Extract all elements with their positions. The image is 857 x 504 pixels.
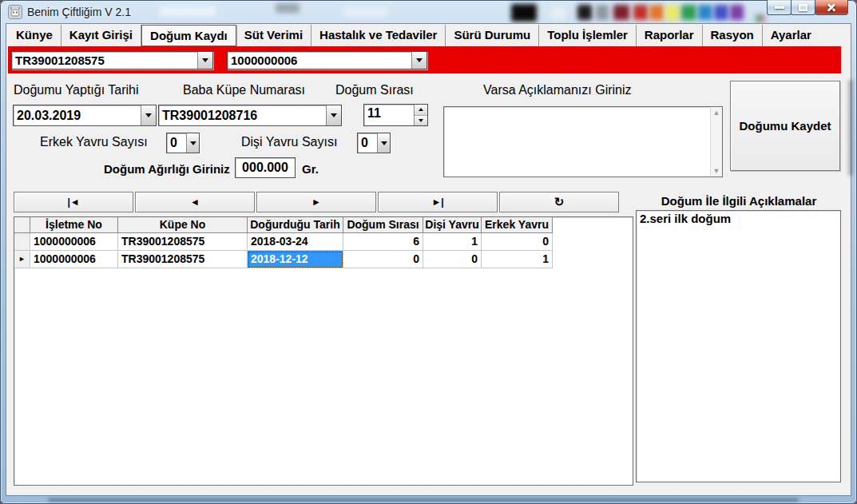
desktop-icon-blur: [596, 5, 609, 20]
close-icon: [826, 2, 837, 13]
grid-cell[interactable]: 0: [343, 251, 423, 268]
grid-cell[interactable]: 1: [423, 233, 482, 251]
tab-sut-verimi[interactable]: Süt Verimi: [236, 25, 311, 46]
birth-date-value: 20.03.2019: [14, 105, 141, 125]
birth-notes-title: Doğum İle İlgili Açıklamalar: [635, 194, 843, 208]
birth-order-value: 11: [364, 105, 414, 125]
col-header-kupe-no[interactable]: Küpe No: [118, 217, 248, 233]
grid-cell[interactable]: 1: [482, 251, 553, 268]
grid-cell[interactable]: 0: [482, 233, 553, 251]
tab-ayarlar[interactable]: Ayarlar: [763, 25, 819, 46]
female-count-combobox[interactable]: 0: [357, 133, 391, 153]
chevron-down-icon: [145, 113, 152, 117]
weight-unit-label: Gr.: [302, 162, 319, 176]
grid-cell[interactable]: 0: [423, 251, 482, 268]
grid-cell[interactable]: 1000000006: [30, 233, 118, 251]
dropdown-button[interactable]: [411, 52, 427, 69]
record-navigator: |◄ ◄ ► ►| ↻: [14, 192, 619, 212]
desktop-icon-blur: [681, 5, 696, 20]
farm-no-combobox[interactable]: 1000000006: [227, 51, 427, 69]
note-label: Varsa Açıklamanızı Giriniz: [483, 83, 632, 97]
col-header-dogurdugu-tarih[interactable]: Doğurduğu Tarih: [248, 217, 343, 233]
current-row-marker-icon: ►: [14, 251, 30, 268]
grid-cell[interactable]: TR39001208575: [118, 251, 248, 268]
previous-record-button[interactable]: ◄: [135, 192, 255, 212]
desktop-icon-blur: [665, 5, 680, 20]
tab-hastalik-ve-tedaviler[interactable]: Hastalık ve Tedaviler: [311, 25, 446, 46]
desktop-icon-blur: [730, 5, 744, 20]
scroll-up-icon[interactable]: ▲: [713, 109, 720, 117]
app-window: Benim Çiftliğim V 2.1 Künye Kayıt Girişi…: [0, 0, 857, 504]
glass-reflection: [160, 6, 216, 17]
tab-suru-durumu[interactable]: Sürü Durumu: [446, 25, 539, 46]
tab-raporlar[interactable]: Raporlar: [637, 25, 703, 46]
window-title: Benim Çiftliğim V 2.1: [27, 6, 131, 18]
row-indicator-cell: [14, 233, 30, 251]
desktop-icon-blur: [577, 5, 592, 20]
male-count-label: Erkek Yavru Sayısı: [40, 135, 148, 149]
births-grid: İşletme No Küpe No Doğurduğu Tarih Doğum…: [14, 216, 633, 486]
desktop-icon-blur: [698, 5, 712, 20]
chevron-down-icon: [381, 141, 387, 145]
father-tag-combobox[interactable]: TR39001208716: [158, 105, 342, 126]
table-row: 1000000006 TR39001208575 2018-03-24 6 1 …: [14, 233, 633, 251]
birth-order-stepper[interactable]: 11: [363, 104, 428, 126]
scroll-down-icon[interactable]: ▼: [713, 167, 720, 175]
col-header-dogum-sirasi[interactable]: Doğum Sırası: [343, 217, 423, 233]
male-count-combobox[interactable]: 0: [166, 133, 200, 153]
dropdown-button[interactable]: [186, 133, 199, 153]
window-controls: [768, 0, 848, 15]
birth-date-picker[interactable]: 20.03.2019: [13, 105, 157, 126]
dropdown-button[interactable]: [377, 133, 390, 153]
tab-kayit-girisi[interactable]: Kayıt Girişi: [61, 25, 141, 46]
tab-bar: Künye Kayıt Girişi Doğum Kaydı Süt Verim…: [6, 25, 851, 46]
title-bar[interactable]: Benim Çiftliğim V 2.1: [0, 0, 857, 24]
selected-grid-cell[interactable]: 2018-12-12: [248, 251, 343, 268]
note-text: [444, 106, 447, 122]
chevron-down-icon: [202, 58, 208, 62]
save-birth-button[interactable]: Doğumu Kaydet: [730, 81, 840, 171]
tab-dogum-kaydi[interactable]: Doğum Kaydı: [141, 25, 236, 46]
grid-cell[interactable]: 1000000006: [30, 251, 118, 268]
maximize-button[interactable]: [791, 0, 815, 15]
glass-reflection: [276, 3, 300, 13]
spin-up-button[interactable]: [415, 105, 427, 116]
grid-header-row: İşletme No Küpe No Doğurduğu Tarih Doğum…: [14, 217, 633, 233]
birth-date-label: Doğumu Yaptığı Tarihi: [14, 83, 139, 97]
col-header-isletme-no[interactable]: İşletme No: [30, 217, 118, 233]
tab-kunye[interactable]: Künye: [8, 25, 61, 46]
birth-notes-box[interactable]: 2.seri ilk doğum: [636, 210, 841, 482]
animal-tag-combobox[interactable]: TR39001208575: [11, 51, 213, 69]
dropdown-button[interactable]: [197, 52, 212, 69]
tab-toplu-islemler[interactable]: Toplu İşlemler: [539, 25, 637, 46]
birth-order-label: Doğum Sırası: [335, 83, 414, 97]
weight-input[interactable]: 000.000: [235, 157, 296, 178]
textarea-scrollbar[interactable]: ▲ ▼: [710, 107, 722, 177]
refresh-button[interactable]: ↻: [499, 192, 619, 212]
chevron-down-icon: [419, 119, 423, 122]
col-header-disi-yavru[interactable]: Dişi Yavru: [423, 217, 482, 233]
grid-cell[interactable]: 6: [343, 233, 423, 251]
selection-banner: TR39001208575 1000000006: [8, 46, 841, 73]
dropdown-button[interactable]: [326, 105, 341, 125]
next-record-button[interactable]: ►: [256, 192, 376, 212]
col-header-erkek-yavru[interactable]: Erkek Yavru: [482, 217, 553, 233]
dropdown-button[interactable]: [141, 105, 156, 125]
tab-rasyon[interactable]: Rasyon: [703, 25, 763, 46]
close-button[interactable]: [815, 0, 848, 15]
glass-reflection: [343, 7, 387, 17]
female-count-value: 0: [358, 133, 377, 153]
weight-label: Doğum Ağırlığı Giriniz: [104, 162, 230, 176]
taskbar-blur: [48, 498, 799, 502]
animal-tag-value: TR39001208575: [12, 52, 197, 69]
first-record-button[interactable]: |◄: [14, 192, 133, 212]
spin-down-button[interactable]: [415, 116, 427, 126]
father-tag-label: Baba Küpe Numarası: [183, 83, 305, 97]
maximize-icon: [799, 4, 807, 11]
note-textarea[interactable]: ▲ ▼: [443, 106, 723, 177]
grid-cell[interactable]: 2018-03-24: [248, 233, 343, 251]
last-record-button[interactable]: ►|: [378, 192, 498, 212]
minimize-button[interactable]: [767, 0, 792, 15]
grid-cell[interactable]: TR39001208575: [118, 233, 248, 251]
minimize-icon: [775, 6, 784, 9]
